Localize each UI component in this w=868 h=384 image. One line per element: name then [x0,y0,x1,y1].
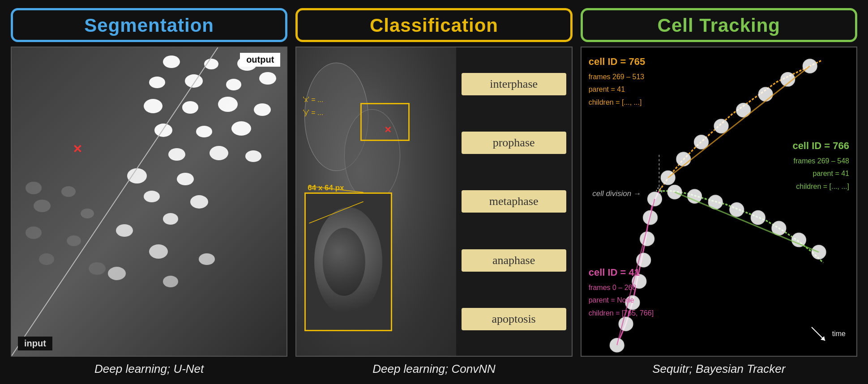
class-zoom-outer [360,103,410,141]
class-cross: ✕ [384,124,392,135]
svg-point-14 [676,152,691,166]
class-coord-y: 'y' = ... [303,107,324,119]
svg-point-25 [730,203,744,217]
cell-41-id: cell ID = 41 [589,264,654,282]
svg-line-0 [12,47,218,356]
cell-765-info: cell ID = 765 frames 269 – 513 parent = … [589,53,646,109]
cell-41-children: children = [765, 766] [589,307,654,320]
svg-point-28 [791,233,806,247]
seg-label-input: input [18,337,52,350]
segmentation-title-box: Segmentation [11,8,287,42]
class-labels-area: interphase prophase metaphase anaphase a… [456,47,572,356]
svg-point-9 [640,232,654,246]
cell-division-label: cell division → [592,189,641,198]
cell-tracking-caption: Sequitr; Bayesian Tracker [652,362,785,376]
cell-765-parent: parent = 41 [589,83,646,96]
classification-image: 64 x 64 px 'x' = ... 'y' = ... ✕ interph… [295,47,572,357]
cell-tracking-panel: Cell Tracking [581,8,857,376]
segmentation-panel: Segmentation [11,8,287,376]
cell-765-children: children = [..., ...] [589,96,646,109]
segmentation-title: Segmentation [84,15,214,36]
class-zoom-label: 64 x 64 px [308,183,344,192]
time-arrow-svg [807,323,830,345]
cell-41-frames: frames 0 – 268 [589,282,654,294]
cell-766-frames: frames 269 – 548 [792,155,849,168]
segmentation-caption: Deep learning; U-Net [94,362,204,376]
seg-diagonal-svg [12,47,286,356]
classification-title-box: Classification [295,8,572,42]
class-label-metaphase: metaphase [462,190,566,213]
cell-tracking-title-box: Cell Tracking [581,8,857,42]
svg-point-26 [751,211,765,225]
main-container: Segmentation [0,0,868,384]
class-coord-x: 'x' = ... [303,94,324,107]
svg-point-18 [758,87,773,101]
svg-line-30 [675,192,819,252]
svg-point-13 [661,171,675,185]
cell-tracking-title: Cell Tracking [658,15,780,36]
cell-765-id: cell ID = 765 [589,53,646,71]
class-label-anaphase: anaphase [462,249,566,272]
class-coords: 'x' = ... 'y' = ... [303,94,324,119]
classification-title: Classification [370,15,498,36]
cell-tracking-image: cell ID = 765 frames 269 – 513 parent = … [581,47,857,357]
cell-41-info: cell ID = 41 frames 0 – 268 parent = Non… [589,264,654,320]
class-micro-area: 64 x 64 px 'x' = ... 'y' = ... ✕ [296,47,456,356]
cell-766-parent: parent = 41 [792,167,849,180]
class-cell-nucleus-inner [323,228,365,296]
classification-caption: Deep learning; ConvNN [372,362,496,376]
cell-766-info: cell ID = 766 frames 269 – 548 parent = … [792,137,849,193]
cell-765-frames: frames 269 – 513 [589,71,646,84]
svg-point-22 [667,185,682,199]
cell-766-children: children = [..., ...] [792,180,849,193]
class-label-interphase: interphase [462,73,566,95]
seg-cross: ✕ [73,142,82,156]
time-label: time [832,330,846,338]
class-label-apoptosis: apoptosis [462,308,566,330]
seg-label-output: output [240,53,280,67]
cell-41-parent: parent = None [589,294,654,307]
segmentation-image: ✕ input output [11,47,287,357]
svg-point-16 [714,119,728,133]
classification-panel: Classification 64 x 64 px [295,8,572,376]
time-arrow: time [807,323,846,345]
svg-line-21 [668,66,810,178]
svg-point-23 [687,189,701,203]
class-label-prophase: prophase [462,132,566,154]
cell-766-id: cell ID = 766 [792,137,849,155]
class-zoom-inner [304,192,392,331]
